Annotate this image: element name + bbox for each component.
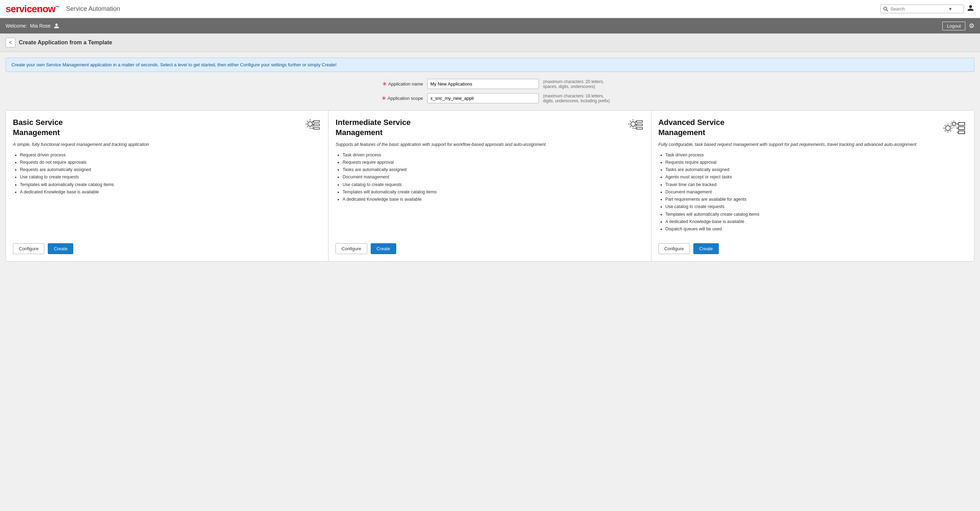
intermediate-card: Intermediate Service Management Supports… bbox=[329, 111, 651, 261]
info-banner-text: Create your own Service Management appli… bbox=[11, 62, 337, 67]
person-icon bbox=[967, 4, 974, 12]
logo-service: service bbox=[6, 3, 37, 14]
svg-rect-13 bbox=[636, 128, 643, 129]
required-star-name: ✳ bbox=[382, 81, 387, 87]
advanced-card-icon bbox=[939, 118, 967, 137]
list-item: Requests require approval bbox=[665, 159, 967, 166]
list-item: Request driven process bbox=[20, 152, 321, 159]
form-section: ✳ Application name (maximum characters: … bbox=[6, 79, 974, 103]
basic-card-subtitle: A simple, fully functional request manag… bbox=[13, 142, 321, 148]
user-profile-icon bbox=[53, 23, 60, 29]
intermediate-card-footer: Configure Create bbox=[336, 240, 644, 254]
intermediate-card-title: Intermediate Service Management bbox=[336, 118, 419, 137]
svg-rect-11 bbox=[636, 120, 643, 122]
app-scope-label-text: Application scope bbox=[387, 96, 423, 101]
advanced-card-list: Task driven process Requests require app… bbox=[659, 152, 967, 233]
app-scope-input[interactable] bbox=[427, 93, 539, 103]
logo-now: now bbox=[37, 3, 56, 14]
list-item: Tasks are automatically assigned bbox=[342, 166, 644, 174]
svg-rect-4 bbox=[314, 120, 320, 122]
search-icon bbox=[883, 6, 888, 11]
app-name-row: ✳ Application name (maximum characters: … bbox=[6, 79, 974, 89]
list-item: A dedicated Knowledge base is available bbox=[342, 196, 644, 203]
list-item: Use catalog to create requests bbox=[342, 181, 644, 188]
list-item: Use catalog to create requests bbox=[20, 174, 321, 181]
welcome-text: Welcome: bbox=[6, 23, 27, 29]
nav-user-icon-button[interactable] bbox=[967, 4, 974, 14]
list-item: Requests are automatically assigned bbox=[20, 166, 321, 174]
info-banner: Create your own Service Management appli… bbox=[6, 57, 974, 72]
advanced-card-subtitle: Fully configurable, task based request m… bbox=[659, 142, 967, 148]
list-item: A dedicated Knowledge base is available bbox=[20, 188, 321, 196]
settings-icon[interactable]: ⚙ bbox=[969, 22, 974, 30]
app-name-hint: (maximum characters: 20 letters, spaces,… bbox=[543, 79, 613, 89]
list-item: Requests do not require approvals bbox=[20, 159, 321, 166]
list-item: Part requirements are available for agen… bbox=[665, 196, 967, 203]
list-item: Use catalog to create requests bbox=[665, 203, 967, 211]
svg-rect-12 bbox=[636, 124, 643, 126]
intermediate-configure-button[interactable]: Configure bbox=[336, 243, 367, 254]
welcome-left: Welcome: Mia Rose bbox=[6, 23, 60, 29]
search-bar[interactable]: ▼ bbox=[880, 5, 964, 13]
app-name-label: ✳ Application name bbox=[367, 81, 423, 87]
svg-rect-19 bbox=[958, 131, 965, 134]
main-content: Create your own Service Management appli… bbox=[0, 52, 980, 267]
logout-button[interactable]: Logout bbox=[942, 22, 965, 30]
intermediate-create-button[interactable]: Create bbox=[371, 243, 396, 254]
advanced-create-button[interactable]: Create bbox=[693, 243, 719, 254]
list-item: Requests require approval bbox=[342, 159, 644, 166]
app-name-input[interactable] bbox=[427, 79, 539, 89]
list-item: Dispatch queues will be used bbox=[665, 225, 967, 233]
list-item: Document management bbox=[342, 174, 644, 181]
svg-rect-5 bbox=[314, 124, 320, 126]
basic-create-button[interactable]: Create bbox=[48, 243, 73, 254]
logo-area: servicenow™ Service Automation bbox=[6, 3, 120, 14]
list-item: Task driven process bbox=[342, 152, 644, 159]
advanced-card-footer: Configure Create bbox=[659, 240, 967, 254]
app-scope-hint: (maximum characters: 18 letters, digits,… bbox=[543, 94, 613, 103]
cards-container: Basic Service Management A simple, fully… bbox=[6, 110, 974, 262]
advanced-card-header: Advanced Service Management bbox=[659, 118, 967, 137]
advanced-card: Advanced Service Management bbox=[651, 111, 974, 261]
basic-card-list: Request driven process Requests do not r… bbox=[13, 152, 321, 233]
logo-trademark: ™ bbox=[56, 5, 59, 10]
list-item: Tasks are automatically assigned bbox=[665, 166, 967, 174]
welcome-bar: Welcome: Mia Rose Logout ⚙ bbox=[0, 18, 980, 34]
search-dropdown-button[interactable]: ▼ bbox=[948, 6, 953, 11]
svg-point-18 bbox=[952, 122, 956, 126]
app-name-label-text: Application name bbox=[388, 81, 423, 86]
page-title: Create Application from a Template bbox=[19, 40, 112, 46]
list-item: Agents must accept or reject tasks bbox=[665, 174, 967, 181]
svg-point-0 bbox=[884, 6, 887, 10]
page-header: < Create Application from a Template bbox=[0, 34, 980, 52]
advanced-configure-button[interactable]: Configure bbox=[659, 243, 690, 254]
list-item: Templates will automatically create cata… bbox=[342, 188, 644, 196]
intermediate-card-subtitle: Supports all features of the basic appli… bbox=[336, 142, 644, 148]
required-star-scope: ✳ bbox=[382, 95, 386, 102]
advanced-card-title: Advanced Service Management bbox=[659, 118, 742, 137]
svg-rect-20 bbox=[958, 127, 965, 129]
svg-point-10 bbox=[630, 122, 635, 126]
list-item: Templates will automatically create cata… bbox=[20, 181, 321, 188]
basic-configure-button[interactable]: Configure bbox=[13, 243, 44, 254]
list-item: Templates will automatically create cata… bbox=[665, 211, 967, 218]
search-input[interactable] bbox=[890, 6, 946, 11]
svg-rect-6 bbox=[314, 128, 320, 129]
basic-card-title: Basic Service Management bbox=[13, 118, 97, 137]
top-nav: servicenow™ Service Automation ▼ bbox=[0, 0, 980, 18]
intermediate-card-icon bbox=[627, 118, 644, 135]
basic-card-header: Basic Service Management bbox=[13, 118, 321, 137]
app-scope-label: ✳ Application scope bbox=[367, 95, 423, 102]
svg-point-17 bbox=[945, 126, 950, 131]
back-button[interactable]: < bbox=[6, 38, 15, 48]
list-item: A dedicated Knowledge base is available bbox=[665, 218, 967, 225]
svg-line-1 bbox=[886, 10, 888, 11]
intermediate-card-list: Task driven process Requests require app… bbox=[336, 152, 644, 233]
user-name: Mia Rose bbox=[30, 23, 51, 29]
basic-card-footer: Configure Create bbox=[13, 240, 321, 254]
list-item: Travel time can be tracked bbox=[665, 181, 967, 188]
svg-point-3 bbox=[308, 122, 312, 126]
basic-card-icon bbox=[304, 118, 321, 135]
list-item: Document management bbox=[665, 188, 967, 196]
logo: servicenow™ bbox=[6, 3, 59, 14]
